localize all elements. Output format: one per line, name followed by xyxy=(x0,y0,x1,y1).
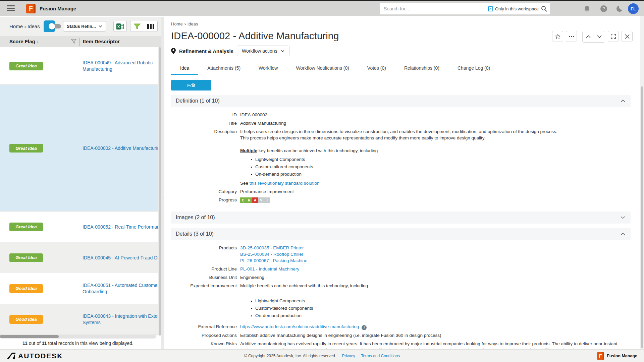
product-link[interactable]: BS-25-000034 - Rooftop Chiller xyxy=(240,252,303,257)
help-icon[interactable]: ? xyxy=(600,5,608,13)
hamburger-menu-icon[interactable] xyxy=(7,5,15,11)
privacy-link[interactable]: Privacy xyxy=(342,354,355,358)
list-detail-toggle[interactable] xyxy=(44,20,61,32)
workflow-status-row: Refinement & Analysis Workflow actions xyxy=(171,46,631,56)
fullscreen-button[interactable] xyxy=(608,31,619,42)
field-label: Progress xyxy=(171,197,237,203)
tab-attachments[interactable]: Attachments (5) xyxy=(198,62,250,75)
score-flag-badge: Good Idea xyxy=(9,284,43,293)
workspace-checkbox[interactable]: ✓ xyxy=(488,6,493,11)
breadcrumb-home[interactable]: Home xyxy=(171,21,183,26)
edit-button[interactable]: Edit xyxy=(171,80,211,90)
section-header-definition[interactable]: Definition (1 of 10) xyxy=(171,95,631,107)
next-record-button[interactable] xyxy=(594,31,605,42)
improvement-list: Lightweight Components Custom-tailored c… xyxy=(251,297,368,319)
column-filter-icon[interactable] xyxy=(71,39,76,44)
score-flag-badge: Great Idea xyxy=(9,62,43,70)
search-icon[interactable] xyxy=(541,5,547,12)
field-label: Proposed Actions xyxy=(171,332,237,339)
record-window-buttons xyxy=(552,31,633,43)
breadcrumb-separator-icon: › xyxy=(23,24,28,29)
product-link[interactable]: PL-26-000067 - Packing Machine xyxy=(240,258,307,263)
item-link[interactable]: IDEA-000051 - Automated Customer Onboard… xyxy=(83,282,161,295)
list-toolbar: Home›Ideas Status Refin... X xyxy=(0,17,161,36)
external-reference-link[interactable]: https://www.autodesk.com/solutions/addit… xyxy=(240,324,359,329)
export-excel-button[interactable]: X xyxy=(113,21,127,32)
field-label: Product Line xyxy=(171,266,237,272)
tab-change-log[interactable]: Change Log (0) xyxy=(448,62,499,75)
view-selector-dropdown[interactable]: Status Refin... xyxy=(63,21,106,32)
previous-record-button[interactable] xyxy=(583,31,594,42)
definition-section-body: ID IDEA-000002 Title Additive Manufactur… xyxy=(171,107,631,207)
product-line-link[interactable]: PL-001 - Industrial Machinery xyxy=(240,266,299,272)
list-breadcrumb: Home›Ideas xyxy=(9,23,40,29)
list-vertical-scrollbar[interactable] xyxy=(158,47,161,336)
collapse-chevron-up-icon[interactable] xyxy=(621,233,625,235)
standard-solution-link[interactable]: this revolutionary standard solution xyxy=(250,181,320,186)
list-header-row: Score Flag ↓ Item Descriptor xyxy=(0,36,161,47)
record-detail-panel: Home›Ideas xyxy=(164,16,640,349)
collapse-chevron-up-icon[interactable] xyxy=(621,100,625,102)
workspace-filter[interactable]: ✓ Only in this workspace xyxy=(488,5,550,12)
field-label: Business Unit xyxy=(171,274,237,281)
item-link[interactable]: IDEA-000049 - Advanced Robotic Manufactu… xyxy=(83,60,161,72)
list-item[interactable]: Great Idea IDEA-000045 - AI-Powered Frau… xyxy=(0,242,161,273)
dark-mode-moon-icon[interactable] xyxy=(615,5,623,13)
notifications-bell-icon[interactable] xyxy=(583,5,591,13)
section-header-images[interactable]: Images (2 of 10) xyxy=(171,212,631,224)
score-flag-badge: Great Idea xyxy=(9,144,43,153)
list-horizontal-scrollbar[interactable] xyxy=(0,335,156,339)
list-item[interactable]: Good Idea IDEA-000051 - Automated Custom… xyxy=(0,273,161,304)
tab-workflow-notifications[interactable]: Workflow Notifications (0) xyxy=(287,62,358,75)
item-link[interactable]: IDEA-000043 - Integration with External … xyxy=(83,313,161,326)
svg-text:?: ? xyxy=(602,6,605,11)
filter-button[interactable] xyxy=(130,21,144,32)
user-avatar[interactable]: FL xyxy=(628,3,639,14)
field-label: ID xyxy=(171,112,237,118)
breadcrumb-home[interactable]: Home xyxy=(9,23,23,29)
list-item[interactable]: Great Idea IDEA-000052 - Real-Time Perfo… xyxy=(0,212,161,242)
breadcrumb-separator-icon: › xyxy=(183,22,187,26)
tab-votes[interactable]: Votes (0) xyxy=(358,62,395,75)
breadcrumb-ideas[interactable]: Ideas xyxy=(28,23,40,29)
tab-relationships[interactable]: Relationships (0) xyxy=(395,62,448,75)
field-label: External Reference xyxy=(171,323,237,330)
score-flag-badge: Great Idea xyxy=(9,253,43,262)
fusion-manage-logo-icon[interactable]: F xyxy=(26,4,36,13)
page-footer: AUTODESK © Copyright 2025 Autodesk, Inc.… xyxy=(0,349,644,362)
workflow-actions-label: Workflow actions xyxy=(242,48,277,54)
item-link[interactable]: IDEA-000045 - AI-Powered Fraud Detection xyxy=(83,254,161,261)
field-label: Products xyxy=(171,245,237,264)
chevron-down-icon xyxy=(99,25,102,27)
breadcrumb-ideas[interactable]: Ideas xyxy=(187,21,198,26)
column-header-score-flag[interactable]: Score Flag ↓ xyxy=(9,39,39,44)
expand-chevron-down-icon[interactable] xyxy=(621,216,625,219)
progress-step-i: I xyxy=(264,197,270,203)
bookmark-star-button[interactable] xyxy=(552,31,563,42)
panel-splitter[interactable]: ⋮ xyxy=(161,17,164,349)
terms-link[interactable]: Terms and Conditions xyxy=(361,354,400,358)
sort-descending-icon[interactable]: ↓ xyxy=(37,39,39,44)
section-header-details[interactable]: Details (3 of 10) xyxy=(171,228,631,240)
field-label: Category xyxy=(171,188,237,195)
close-button[interactable] xyxy=(622,31,633,42)
section-title: Details (3 of 10) xyxy=(176,231,214,237)
detail-vertical-scrollbar[interactable] xyxy=(640,16,644,349)
item-link[interactable]: IDEA-000002 - Additive Manufacturing xyxy=(83,145,161,152)
info-icon[interactable]: i xyxy=(362,325,367,330)
list-item[interactable]: Good Idea IDEA-000043 - Integration with… xyxy=(0,304,161,335)
columns-button[interactable] xyxy=(144,21,158,32)
records-list: Great Idea IDEA-000049 - Advanced Roboti… xyxy=(0,47,161,335)
list-item-selected[interactable]: Great Idea IDEA-000002 - Additive Manufa… xyxy=(0,85,161,212)
workflow-actions-button[interactable]: Workflow actions xyxy=(237,46,289,56)
item-link[interactable]: IDEA-000052 - Real-Time Performance Metr… xyxy=(83,224,161,230)
tab-idea[interactable]: Idea xyxy=(171,62,198,75)
product-link[interactable]: 3D-25-000035 - EMBER Printer xyxy=(240,245,304,250)
workflow-state-label: Refinement & Analysis xyxy=(179,48,233,54)
tab-workflow[interactable]: Workflow xyxy=(250,62,287,75)
column-header-item-descriptor[interactable]: Item Descriptor xyxy=(83,39,120,44)
list-item[interactable]: Great Idea IDEA-000049 - Advanced Roboti… xyxy=(0,47,161,85)
search-input[interactable] xyxy=(380,6,488,11)
copyright-text: © Copyright 2025 Autodesk, Inc. All righ… xyxy=(244,354,336,358)
more-actions-button[interactable] xyxy=(566,31,577,42)
